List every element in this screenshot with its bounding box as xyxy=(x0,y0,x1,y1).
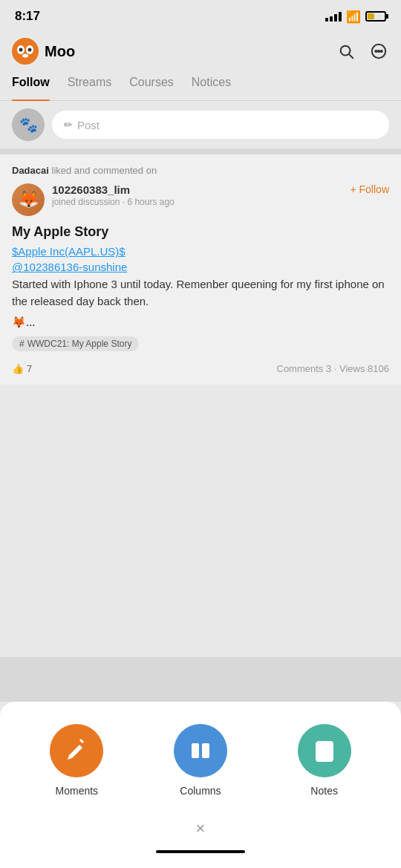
activity-user: Dadacai xyxy=(12,165,49,176)
like-icon: 👍 xyxy=(12,363,24,374)
app-header: Moo xyxy=(0,33,401,70)
notes-label: Notes xyxy=(310,785,338,797)
like-count: 7 xyxy=(27,363,32,374)
pencil-icon xyxy=(65,739,88,763)
svg-rect-18 xyxy=(316,742,333,761)
activity-text: liked and commented on xyxy=(52,165,157,176)
svg-point-5 xyxy=(22,54,28,58)
stock-link[interactable]: $Apple Inc(AAPL.US)$ xyxy=(12,245,389,258)
sheet-actions: Moments Columns xyxy=(15,724,386,797)
svg-rect-12 xyxy=(192,743,199,758)
svg-line-7 xyxy=(349,54,353,58)
user-row: 🦊 102260383_lim joined discussion · 6 ho… xyxy=(12,183,389,216)
svg-point-0 xyxy=(12,38,39,65)
more-button[interactable] xyxy=(368,41,389,62)
post-author-avatar: 🦊 xyxy=(12,183,45,216)
app-name: Moo xyxy=(45,43,75,60)
tabs-bar: Follow Streams Courses Notices xyxy=(0,70,401,101)
moments-circle xyxy=(50,724,103,777)
notes-circle xyxy=(298,724,351,777)
tab-streams[interactable]: Streams xyxy=(68,70,112,101)
username: 102260383_lim xyxy=(52,183,350,196)
post-emoji: 🦊... xyxy=(12,316,389,329)
post-input-row: 🐾 ✏ Post xyxy=(0,101,401,149)
moments-label: Moments xyxy=(56,785,99,797)
wifi-icon: 📶 xyxy=(346,10,361,24)
close-icon: × xyxy=(196,819,206,838)
svg-point-11 xyxy=(381,50,382,52)
sheet-backdrop xyxy=(0,657,401,702)
section-divider xyxy=(0,149,401,154)
tab-follow[interactable]: Follow xyxy=(12,70,50,101)
follow-button[interactable]: + Follow xyxy=(350,183,389,195)
post-input-box[interactable]: ✏ Post xyxy=(52,111,389,139)
svg-point-3 xyxy=(19,48,23,52)
activity-line: Dadacai liked and commented on xyxy=(12,165,389,176)
pencil-icon: ✏ xyxy=(64,119,73,131)
mention-link[interactable]: @102386136-sunshine xyxy=(12,261,389,273)
like-row: 👍 7 xyxy=(12,363,32,374)
post-stats: Comments 3 · Views 8106 xyxy=(277,363,390,374)
battery-icon xyxy=(365,11,386,22)
svg-point-4 xyxy=(28,48,32,52)
svg-rect-13 xyxy=(202,743,209,758)
columns-circle xyxy=(174,724,227,777)
header-left: Moo xyxy=(12,38,75,65)
user-info: 102260383_lim joined discussion · 6 hour… xyxy=(52,183,350,207)
svg-point-10 xyxy=(378,50,379,52)
post-body: Started with Iphone 3 until today. Remen… xyxy=(12,276,389,310)
columns-label: Columns xyxy=(180,785,221,797)
tag-pill[interactable]: # WWDC21: My Apple Story xyxy=(12,336,139,351)
columns-icon xyxy=(189,739,212,763)
bottom-sheet: Moments Columns xyxy=(0,702,401,868)
status-time: 8:17 xyxy=(15,9,40,24)
user-meta: joined discussion · 6 hours ago xyxy=(52,197,350,207)
home-indicator xyxy=(156,850,245,853)
signal-icon xyxy=(325,12,342,22)
post-title: My Apple Story xyxy=(12,223,389,241)
notes-action[interactable]: Notes xyxy=(298,724,351,797)
status-bar: 8:17 📶 xyxy=(0,0,401,33)
columns-action[interactable]: Columns xyxy=(174,724,227,797)
close-button[interactable]: × xyxy=(15,819,386,838)
bottom-sheet-overlay: Moments Columns xyxy=(0,657,401,868)
search-button[interactable] xyxy=(336,41,356,62)
feed-item: Dadacai liked and commented on 🦊 1022603… xyxy=(0,154,401,385)
notes-icon xyxy=(313,739,336,763)
tag-label: WWDC21: My Apple Story xyxy=(27,339,132,349)
tag-hash-icon: # xyxy=(19,339,25,349)
svg-point-9 xyxy=(375,50,376,52)
post-placeholder: Post xyxy=(77,119,100,131)
status-icons: 📶 xyxy=(325,10,386,24)
app-logo xyxy=(12,38,39,65)
post-footer: 👍 7 Comments 3 · Views 8106 xyxy=(12,363,389,374)
header-icons xyxy=(336,41,389,62)
user-avatar-small: 🐾 xyxy=(12,108,45,141)
tab-notices[interactable]: Notices xyxy=(192,70,231,101)
moments-action[interactable]: Moments xyxy=(50,724,103,797)
tab-courses[interactable]: Courses xyxy=(129,70,174,101)
